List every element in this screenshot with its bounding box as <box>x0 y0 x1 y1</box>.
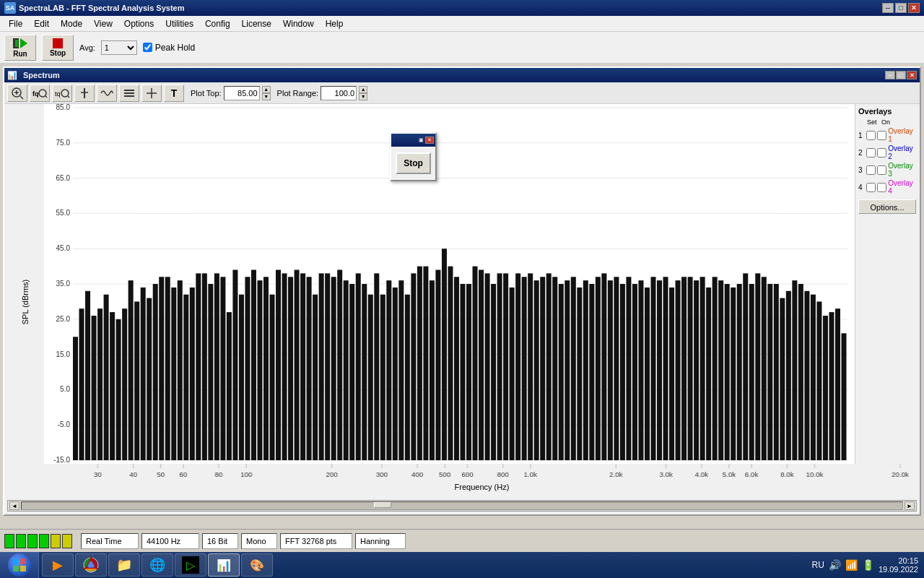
avg-select[interactable]: 124816 <box>101 40 137 55</box>
menu-config[interactable]: Config <box>199 17 236 30</box>
overlay-4-set-check[interactable] <box>866 183 876 192</box>
y-axis-label: SPL (dBrms) <box>22 280 30 325</box>
peak-hold-checkbox[interactable] <box>143 43 152 52</box>
taskbar: ▶ 📁 🌐 ▷ 📊 🎨 RU 🔊 📶 🔋 20:15 19.09.202 <box>0 552 924 578</box>
spectrum-close-btn[interactable]: ✕ <box>907 71 917 79</box>
freq-zoom-btn[interactable]: fq <box>30 85 50 102</box>
plot-top-up[interactable]: ▲ <box>262 86 271 93</box>
y-axis-area: SPL (dBrms) <box>4 104 44 500</box>
files-icon: 📁 <box>116 556 133 574</box>
menu-help[interactable]: Help <box>320 17 349 30</box>
overlay-1-set-check[interactable] <box>866 131 876 140</box>
overlay-1-on-check[interactable] <box>877 131 886 140</box>
stop-big-button[interactable]: Stop <box>396 152 431 174</box>
overlay-4-name: Overlay 4 <box>888 179 917 195</box>
taskbar-app-chrome[interactable] <box>75 553 107 577</box>
svg-point-8 <box>39 90 46 97</box>
spectrum-titlebar: 📊 Spectrum ─ □ ✕ <box>4 68 920 82</box>
scroll-thumb[interactable] <box>374 502 391 508</box>
svg-line-9 <box>45 96 47 98</box>
overlay-item-3: 3 Overlay 3 <box>858 162 917 178</box>
overlay-item-2: 2 Overlay 2 <box>858 144 917 160</box>
taskbar-app-network[interactable]: 🌐 <box>141 553 173 577</box>
menu-window[interactable]: Window <box>277 17 320 30</box>
clock-date: 19.09.2022 <box>879 565 918 574</box>
stop-dialog-titlebar: ▣ ✕ <box>391 134 435 147</box>
stop-dialog-icon: ▣ <box>417 137 424 144</box>
speaker-icon: 🔊 <box>829 559 841 571</box>
svg-rect-16 <box>124 92 134 94</box>
stop-button-toolbar[interactable]: Stop <box>42 35 74 61</box>
level-btn[interactable] <box>74 85 95 102</box>
scroll-left-btn[interactable]: ◄ <box>9 501 19 510</box>
overlay-4-on-check[interactable] <box>877 183 886 192</box>
spectrum-minimize-btn[interactable]: ─ <box>885 71 895 79</box>
overlay-3-on-check[interactable] <box>877 165 886 175</box>
plot-range-down[interactable]: ▼ <box>359 93 367 100</box>
menu-mode[interactable]: Mode <box>55 17 88 30</box>
spectrum-window: 📊 Spectrum ─ □ ✕ fq tq <box>3 66 921 516</box>
h-scrollbar[interactable]: ◄ ► <box>7 500 917 512</box>
menu-license[interactable]: License <box>236 17 277 30</box>
cursor-btn[interactable] <box>141 85 162 102</box>
level-bar-1 <box>4 534 14 548</box>
menu-file[interactable]: File <box>3 17 28 30</box>
overlay-2-num: 2 <box>858 149 865 157</box>
taskbar-app-terminal[interactable]: ▷ <box>175 553 206 577</box>
plot-range-label: Plot Range: <box>277 89 318 98</box>
plot-top-input[interactable] <box>224 86 260 100</box>
battery-icon: 🔋 <box>862 559 874 571</box>
svg-marker-2 <box>20 38 27 48</box>
overlay-3-set-check[interactable] <box>866 165 876 175</box>
maximize-button[interactable]: □ <box>895 3 907 13</box>
level-bar-5 <box>51 534 61 548</box>
taskbar-app-media[interactable]: ▶ <box>42 553 74 577</box>
bars-btn[interactable] <box>119 85 139 102</box>
menu-edit[interactable]: Edit <box>28 17 55 30</box>
extra-btn[interactable]: T <box>164 85 184 102</box>
svg-line-12 <box>68 96 69 98</box>
scroll-track[interactable] <box>21 501 903 510</box>
plot-range-input[interactable] <box>321 86 357 100</box>
taskbar-app-files[interactable]: 📁 <box>108 553 140 577</box>
overlay-2-on-check[interactable] <box>877 148 886 158</box>
overlay-2-set-check[interactable] <box>866 148 876 158</box>
stop-dialog: ▣ ✕ Stop <box>390 132 437 181</box>
stop-dialog-close-btn[interactable]: ✕ <box>425 137 434 144</box>
plot-range-up[interactable]: ▲ <box>359 86 367 93</box>
media-player-icon: ▶ <box>49 556 66 574</box>
taskbar-apps: ▶ 📁 🌐 ▷ 📊 🎨 <box>39 553 806 577</box>
status-mode: Real Time <box>81 533 139 549</box>
minimize-button[interactable]: ─ <box>882 3 894 13</box>
menu-utilities[interactable]: Utilities <box>160 17 199 30</box>
level-bar-4 <box>39 534 49 548</box>
menu-view[interactable]: View <box>88 17 118 30</box>
status-bit-depth: 16 Bit <box>202 533 238 549</box>
main-toolbar: Run Stop Avg: 124816 Peak Hold <box>0 32 924 64</box>
close-button[interactable]: ✕ <box>908 3 920 13</box>
spectrum-maximize-btn[interactable]: □ <box>896 71 906 79</box>
taskbar-app-spectralab[interactable]: 📊 <box>208 553 240 577</box>
level-indicators <box>4 534 72 548</box>
start-button[interactable] <box>0 552 39 578</box>
paint-icon: 🎨 <box>248 556 266 574</box>
overlay-1-name: Overlay 1 <box>888 127 917 143</box>
wave-btn[interactable] <box>97 85 117 102</box>
options-button[interactable]: Options... <box>858 199 916 214</box>
chart-and-overlays: channel Overlays Set On 1 <box>44 104 920 500</box>
level-bar-3 <box>27 534 38 548</box>
plot-top-down[interactable]: ▼ <box>262 93 271 100</box>
status-bar: Real Time 44100 Hz 16 Bit Mono FFT 32768… <box>0 529 924 552</box>
menu-options[interactable]: Options <box>118 17 160 30</box>
scroll-right-btn[interactable]: ► <box>905 501 915 510</box>
chart-main: channel <box>44 104 855 464</box>
time-zoom-btn[interactable]: tq <box>52 85 72 102</box>
taskbar-app-paint[interactable]: 🎨 <box>241 553 273 577</box>
language-indicator: RU <box>812 560 824 570</box>
overlay-header-num <box>858 118 866 126</box>
run-button[interactable]: Run <box>4 35 36 61</box>
spectrum-toolbar: fq tq T Plot Top: ▲ ▼ Pl <box>4 82 920 104</box>
spectrum-title: Spectrum <box>23 71 882 79</box>
overlay-3-num: 3 <box>858 166 865 174</box>
zoom-in-btn[interactable] <box>7 85 27 102</box>
